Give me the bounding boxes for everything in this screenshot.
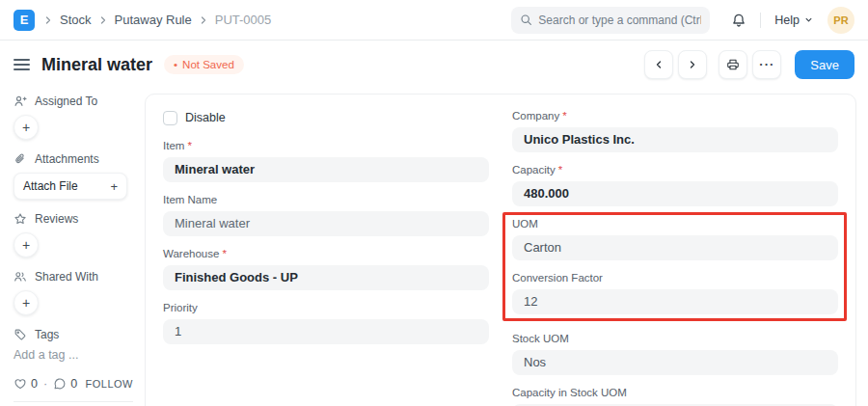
print-button[interactable] xyxy=(719,50,747,79)
chevron-left-icon xyxy=(653,59,665,70)
item-input[interactable]: Mineral water xyxy=(163,157,489,182)
disable-label: Disable xyxy=(185,111,226,124)
chevron-right-icon xyxy=(42,14,54,26)
likes-count: 0 xyxy=(31,377,38,391)
assigned-to-label: Assigned To xyxy=(35,95,97,108)
heart-icon[interactable] xyxy=(14,377,27,391)
add-assignment-button[interactable]: + xyxy=(14,115,39,140)
app-logo-icon[interactable]: E xyxy=(14,10,35,31)
capacity-field: Capacity * 480.000 xyxy=(512,164,838,206)
divider xyxy=(760,13,761,28)
printer-icon xyxy=(726,58,740,71)
tag-icon xyxy=(14,328,27,341)
breadcrumb-stock[interactable]: Stock xyxy=(60,13,92,27)
search-icon xyxy=(520,14,532,26)
page-header: Mineral water • Not Saved ··· Save xyxy=(0,41,868,89)
status-badge: • Not Saved xyxy=(164,55,244,74)
form-sidebar: Assigned To + Attachments Attach File + … xyxy=(0,89,145,406)
add-share-button[interactable]: + xyxy=(14,290,39,315)
disable-checkbox[interactable] xyxy=(163,111,177,125)
stock-uom-input[interactable]: Nos xyxy=(512,350,838,375)
save-button[interactable]: Save xyxy=(795,50,854,79)
tags-label: Tags xyxy=(35,328,59,341)
add-review-button[interactable]: + xyxy=(14,232,39,257)
assigned-to-section: Assigned To xyxy=(14,95,131,108)
item-name-input[interactable]: Mineral water xyxy=(163,211,489,236)
tags-section: Tags xyxy=(14,328,131,341)
reviews-section: Reviews xyxy=(14,212,131,226)
follow-button[interactable]: FOLLOW xyxy=(86,378,133,390)
attachments-label: Attachments xyxy=(35,152,99,166)
conversion-factor-input[interactable]: 12 xyxy=(512,289,838,314)
conversion-factor-label: Conversion Factor xyxy=(512,272,838,284)
warehouse-field: Warehouse * Finished Goods - UP xyxy=(163,248,489,290)
form-column-left: Disable Item * Mineral water Item Name M… xyxy=(163,110,489,406)
star-icon xyxy=(14,212,27,226)
breadcrumb-putaway-rule[interactable]: Putaway Rule xyxy=(115,13,192,27)
notifications-bell-icon[interactable] xyxy=(731,13,746,28)
shared-with-section: Shared With xyxy=(14,270,131,284)
priority-label: Priority xyxy=(163,302,489,313)
more-menu-button[interactable]: ··· xyxy=(752,50,781,79)
status-label: Not Saved xyxy=(182,59,234,70)
item-name-field: Item Name Mineral water xyxy=(163,194,489,236)
next-document-button[interactable] xyxy=(678,50,707,79)
status-dot: • xyxy=(174,59,177,70)
required-marker: * xyxy=(222,248,226,259)
person-plus-icon xyxy=(14,95,27,108)
breadcrumb: Stock Putaway Rule PUT-0005 xyxy=(42,13,271,27)
attach-file-button[interactable]: Attach File + xyxy=(14,173,127,200)
search-input[interactable] xyxy=(538,14,701,27)
stock-uom-field: Stock UOM Nos xyxy=(512,333,838,375)
navbar: E Stock Putaway Rule PUT-0005 Help xyxy=(0,0,868,41)
dot-separator: · xyxy=(43,377,47,391)
capacity-input[interactable]: 480.000 xyxy=(512,181,838,206)
navbar-right: Help PR xyxy=(511,7,854,34)
attach-file-label: Attach File xyxy=(23,179,78,193)
company-label: Company * xyxy=(512,110,838,122)
warehouse-label: Warehouse * xyxy=(163,248,489,259)
company-field: Company * Unico Plastics Inc. xyxy=(512,110,838,152)
required-marker: * xyxy=(558,164,562,176)
highlight-annotation-box: UOM Carton Conversion Factor 12 xyxy=(502,212,847,321)
breadcrumb-current-doc[interactable]: PUT-0005 xyxy=(215,13,272,27)
sidebar-toggle-icon[interactable] xyxy=(14,59,30,70)
global-search[interactable] xyxy=(511,7,710,34)
prev-document-button[interactable] xyxy=(644,50,673,79)
warehouse-input[interactable]: Finished Goods - UP xyxy=(163,265,489,290)
required-marker: * xyxy=(187,140,191,151)
attachments-section: Attachments xyxy=(14,152,131,166)
plus-icon: + xyxy=(110,179,118,194)
content-area: Assigned To + Attachments Attach File + … xyxy=(0,89,868,406)
uom-field: UOM Carton xyxy=(512,218,838,260)
add-tag-input[interactable]: Add a tag ... xyxy=(14,348,131,362)
header-actions: ··· Save xyxy=(644,50,854,79)
form-card: Disable Item * Mineral water Item Name M… xyxy=(145,94,856,406)
capacity-label: Capacity * xyxy=(512,164,838,176)
form-column-right: Company * Unico Plastics Inc. Capacity *… xyxy=(512,110,838,406)
paperclip-icon xyxy=(14,152,27,166)
uom-input[interactable]: Carton xyxy=(512,235,838,260)
comment-icon[interactable] xyxy=(53,377,67,391)
users-icon xyxy=(14,270,27,284)
priority-input[interactable]: 1 xyxy=(163,319,489,344)
comments-count: 0 xyxy=(70,377,77,391)
ellipsis-icon: ··· xyxy=(759,60,774,69)
conversion-factor-field: Conversion Factor 12 xyxy=(512,272,838,314)
comments-count-group: 0 xyxy=(53,377,77,391)
chevron-right-icon xyxy=(198,14,209,26)
item-field: Item * Mineral water xyxy=(163,140,489,182)
likes-count-group: 0 xyxy=(14,377,38,391)
stock-uom-label: Stock UOM xyxy=(512,333,838,344)
help-menu[interactable]: Help xyxy=(774,14,814,27)
uom-label: UOM xyxy=(512,218,838,230)
company-input[interactable]: Unico Plastics Inc. xyxy=(512,127,838,152)
required-marker: * xyxy=(562,110,566,122)
chevron-right-icon xyxy=(97,14,109,26)
item-name-label: Item Name xyxy=(163,194,489,205)
priority-field: Priority 1 xyxy=(163,302,489,344)
disable-field: Disable xyxy=(163,110,489,125)
sidebar-footer: 0 · 0 FOLLOW xyxy=(14,377,133,402)
user-avatar[interactable]: PR xyxy=(827,7,854,34)
chevron-right-icon xyxy=(687,59,698,70)
